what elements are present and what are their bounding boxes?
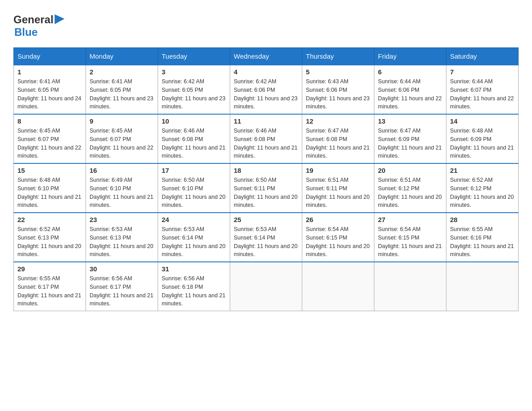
calendar-day-cell: 30Sunrise: 6:56 AMSunset: 6:17 PMDayligh… [86, 262, 158, 311]
logo-blue-text: Blue [14, 26, 38, 38]
day-info: Sunrise: 6:47 AMSunset: 6:08 PMDaylight:… [306, 127, 370, 160]
day-info: Sunrise: 6:55 AMSunset: 6:16 PMDaylight:… [450, 225, 515, 259]
day-info: Sunrise: 6:53 AMSunset: 6:14 PMDaylight:… [162, 225, 226, 259]
day-number: 8 [17, 117, 82, 125]
calendar-day-cell: 22Sunrise: 6:52 AMSunset: 6:13 PMDayligh… [14, 213, 86, 262]
day-info: Sunrise: 6:47 AMSunset: 6:09 PMDaylight:… [378, 127, 442, 160]
header-tuesday: Tuesday [158, 48, 230, 65]
day-info: Sunrise: 6:56 AMSunset: 6:18 PMDaylight:… [162, 274, 226, 308]
calendar-day-cell: 7Sunrise: 6:44 AMSunset: 6:07 PMDaylight… [446, 65, 519, 114]
day-number: 13 [378, 117, 442, 125]
day-number: 19 [306, 167, 370, 174]
calendar-day-cell: 6Sunrise: 6:44 AMSunset: 6:06 PMDaylight… [374, 65, 446, 114]
day-number: 14 [450, 117, 515, 125]
logo-triangle-icon [55, 14, 64, 24]
calendar-day-cell: 31Sunrise: 6:56 AMSunset: 6:18 PMDayligh… [158, 262, 230, 311]
day-info: Sunrise: 6:49 AMSunset: 6:10 PMDaylight:… [90, 176, 154, 210]
calendar-header-row: SundayMondayTuesdayWednesdayThursdayFrid… [14, 48, 519, 65]
calendar-week-row: 22Sunrise: 6:52 AMSunset: 6:13 PMDayligh… [14, 213, 519, 262]
day-info: Sunrise: 6:54 AMSunset: 6:15 PMDaylight:… [306, 225, 370, 259]
day-number: 2 [90, 68, 154, 76]
day-number: 31 [162, 265, 226, 273]
logo-general-text: General [13, 13, 53, 26]
day-info: Sunrise: 6:56 AMSunset: 6:17 PMDaylight:… [90, 274, 154, 308]
day-info: Sunrise: 6:54 AMSunset: 6:15 PMDaylight:… [378, 225, 442, 259]
header-friday: Friday [374, 48, 446, 65]
day-number: 26 [306, 216, 370, 223]
day-info: Sunrise: 6:53 AMSunset: 6:13 PMDaylight:… [90, 225, 154, 259]
day-info: Sunrise: 6:50 AMSunset: 6:10 PMDaylight:… [162, 176, 226, 210]
calendar-day-cell: 28Sunrise: 6:55 AMSunset: 6:16 PMDayligh… [446, 213, 519, 262]
calendar-week-row: 29Sunrise: 6:55 AMSunset: 6:17 PMDayligh… [14, 262, 519, 311]
day-number: 29 [17, 265, 82, 273]
calendar-day-cell: 16Sunrise: 6:49 AMSunset: 6:10 PMDayligh… [86, 163, 158, 213]
calendar-day-cell: 11Sunrise: 6:46 AMSunset: 6:08 PMDayligh… [230, 114, 302, 163]
day-number: 18 [234, 167, 298, 174]
day-number: 20 [378, 167, 442, 174]
day-info: Sunrise: 6:42 AMSunset: 6:05 PMDaylight:… [162, 77, 226, 111]
day-number: 12 [306, 117, 370, 125]
calendar-day-cell: 9Sunrise: 6:45 AMSunset: 6:07 PMDaylight… [86, 114, 158, 163]
calendar-day-cell: 23Sunrise: 6:53 AMSunset: 6:13 PMDayligh… [86, 213, 158, 262]
day-number: 25 [234, 216, 298, 223]
calendar-day-cell: 14Sunrise: 6:48 AMSunset: 6:09 PMDayligh… [446, 114, 519, 163]
day-number: 22 [17, 216, 82, 223]
day-info: Sunrise: 6:48 AMSunset: 6:10 PMDaylight:… [17, 176, 82, 210]
day-number: 15 [17, 167, 82, 174]
calendar-day-cell: 4Sunrise: 6:42 AMSunset: 6:06 PMDaylight… [230, 65, 302, 114]
day-number: 6 [378, 68, 442, 76]
day-info: Sunrise: 6:45 AMSunset: 6:07 PMDaylight:… [17, 127, 82, 160]
calendar-day-cell [302, 262, 374, 311]
calendar-day-cell: 1Sunrise: 6:41 AMSunset: 6:05 PMDaylight… [14, 65, 86, 114]
calendar-day-cell: 27Sunrise: 6:54 AMSunset: 6:15 PMDayligh… [374, 213, 446, 262]
calendar-day-cell: 15Sunrise: 6:48 AMSunset: 6:10 PMDayligh… [14, 163, 86, 213]
day-number: 7 [450, 68, 515, 76]
day-info: Sunrise: 6:50 AMSunset: 6:11 PMDaylight:… [234, 176, 298, 210]
calendar-day-cell: 26Sunrise: 6:54 AMSunset: 6:15 PMDayligh… [302, 213, 374, 262]
day-number: 21 [450, 167, 515, 174]
calendar-table: SundayMondayTuesdayWednesdayThursdayFrid… [13, 47, 519, 311]
day-info: Sunrise: 6:42 AMSunset: 6:06 PMDaylight:… [234, 77, 298, 111]
calendar-week-row: 8Sunrise: 6:45 AMSunset: 6:07 PMDaylight… [14, 114, 519, 163]
day-number: 23 [90, 216, 154, 223]
header-saturday: Saturday [446, 48, 519, 65]
day-number: 11 [234, 117, 298, 125]
calendar-day-cell: 21Sunrise: 6:52 AMSunset: 6:12 PMDayligh… [446, 163, 519, 213]
calendar-day-cell: 2Sunrise: 6:41 AMSunset: 6:05 PMDaylight… [86, 65, 158, 114]
header-wednesday: Wednesday [230, 48, 302, 65]
calendar-day-cell: 24Sunrise: 6:53 AMSunset: 6:14 PMDayligh… [158, 213, 230, 262]
day-info: Sunrise: 6:52 AMSunset: 6:13 PMDaylight:… [17, 225, 82, 259]
day-info: Sunrise: 6:52 AMSunset: 6:12 PMDaylight:… [450, 176, 515, 210]
logo: General Blue [13, 13, 64, 39]
day-info: Sunrise: 6:41 AMSunset: 6:05 PMDaylight:… [17, 77, 82, 111]
day-info: Sunrise: 6:43 AMSunset: 6:06 PMDaylight:… [306, 77, 370, 111]
calendar-day-cell: 19Sunrise: 6:51 AMSunset: 6:11 PMDayligh… [302, 163, 374, 213]
calendar-day-cell [374, 262, 446, 311]
day-info: Sunrise: 6:41 AMSunset: 6:05 PMDaylight:… [90, 77, 154, 111]
calendar-week-row: 1Sunrise: 6:41 AMSunset: 6:05 PMDaylight… [14, 65, 519, 114]
day-info: Sunrise: 6:48 AMSunset: 6:09 PMDaylight:… [450, 127, 515, 160]
header-thursday: Thursday [302, 48, 374, 65]
day-info: Sunrise: 6:45 AMSunset: 6:07 PMDaylight:… [90, 127, 154, 160]
day-number: 27 [378, 216, 442, 223]
calendar-day-cell: 20Sunrise: 6:51 AMSunset: 6:12 PMDayligh… [374, 163, 446, 213]
calendar-day-cell: 12Sunrise: 6:47 AMSunset: 6:08 PMDayligh… [302, 114, 374, 163]
day-info: Sunrise: 6:51 AMSunset: 6:11 PMDaylight:… [306, 176, 370, 210]
day-info: Sunrise: 6:44 AMSunset: 6:06 PMDaylight:… [378, 77, 442, 111]
calendar-day-cell: 3Sunrise: 6:42 AMSunset: 6:05 PMDaylight… [158, 65, 230, 114]
header-monday: Monday [86, 48, 158, 65]
day-info: Sunrise: 6:44 AMSunset: 6:07 PMDaylight:… [450, 77, 515, 111]
day-number: 3 [162, 68, 226, 76]
calendar-day-cell [446, 262, 519, 311]
day-number: 17 [162, 167, 226, 174]
day-info: Sunrise: 6:55 AMSunset: 6:17 PMDaylight:… [17, 274, 82, 308]
calendar-day-cell: 29Sunrise: 6:55 AMSunset: 6:17 PMDayligh… [14, 262, 86, 311]
calendar-day-cell: 5Sunrise: 6:43 AMSunset: 6:06 PMDaylight… [302, 65, 374, 114]
calendar-day-cell [230, 262, 302, 311]
svg-marker-0 [55, 14, 64, 24]
calendar-day-cell: 10Sunrise: 6:46 AMSunset: 6:08 PMDayligh… [158, 114, 230, 163]
calendar-day-cell: 18Sunrise: 6:50 AMSunset: 6:11 PMDayligh… [230, 163, 302, 213]
day-info: Sunrise: 6:46 AMSunset: 6:08 PMDaylight:… [234, 127, 298, 160]
day-info: Sunrise: 6:53 AMSunset: 6:14 PMDaylight:… [234, 225, 298, 259]
day-number: 1 [17, 68, 82, 76]
